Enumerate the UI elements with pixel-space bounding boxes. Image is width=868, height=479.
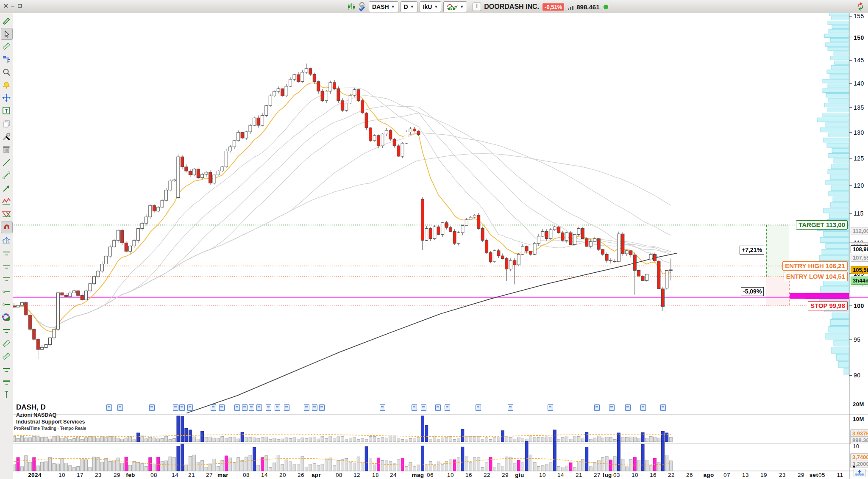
news-icon[interactable] bbox=[249, 404, 254, 411]
chevron-down-icon: ▼ bbox=[391, 5, 395, 9]
ruler-icon[interactable] bbox=[1, 41, 12, 52]
news-icon[interactable] bbox=[211, 404, 216, 411]
zigzag-icon[interactable] bbox=[1, 196, 12, 207]
timeframe-selector[interactable]: D▼ bbox=[401, 1, 417, 12]
news-icon[interactable] bbox=[625, 404, 631, 411]
hline-d-icon[interactable]: ••• bbox=[1, 325, 12, 336]
ruler-c-icon[interactable] bbox=[1, 351, 12, 362]
news-icon[interactable] bbox=[256, 404, 262, 411]
arrow-icon[interactable] bbox=[1, 183, 12, 194]
hline-b-icon[interactable]: ••• bbox=[1, 260, 12, 271]
news-icon[interactable] bbox=[640, 404, 646, 411]
date-tick: 14 bbox=[557, 472, 564, 478]
target-percent-label: +7,21% bbox=[740, 246, 764, 255]
svg-text:•••: ••• bbox=[5, 369, 8, 373]
date-tick: apr bbox=[312, 472, 321, 478]
scroll-to-latest-button[interactable] bbox=[854, 469, 865, 477]
panel2-tick: 10 bbox=[853, 443, 859, 449]
chart-sector: Industrial Support Services bbox=[16, 418, 85, 425]
hline-bold-icon[interactable]: ••• bbox=[1, 377, 12, 388]
news-icon[interactable] bbox=[242, 404, 248, 411]
news-icon[interactable] bbox=[117, 404, 123, 411]
news-icon[interactable] bbox=[149, 404, 155, 411]
close-icon[interactable]: ✕ bbox=[3, 3, 8, 9]
info-icon[interactable]: i bbox=[473, 3, 481, 11]
news-icon[interactable] bbox=[508, 404, 513, 411]
text-tool-icon[interactable]: T bbox=[1, 105, 12, 116]
vline-icon[interactable]: ••• bbox=[1, 390, 12, 401]
news-icon[interactable] bbox=[609, 404, 615, 411]
view-selector[interactable]: IkU▼ bbox=[420, 1, 442, 12]
restore-icon[interactable]: ❐ bbox=[18, 3, 22, 9]
axis-level-label: 107,55 bbox=[851, 254, 868, 262]
hline-c-icon[interactable]: ••• bbox=[1, 273, 12, 284]
move-icon[interactable] bbox=[1, 92, 12, 103]
date-tick: 08 bbox=[150, 472, 157, 478]
date-tick: giu bbox=[515, 472, 524, 478]
date-tick: ago bbox=[703, 472, 714, 478]
date-tick: set bbox=[810, 472, 818, 478]
ruler-b-icon[interactable] bbox=[1, 338, 12, 349]
svg-text:•••: ••• bbox=[5, 391, 8, 393]
entry-low-level-label[interactable]: ENTRY LOW 104,51 bbox=[784, 272, 848, 281]
zoom-icon[interactable] bbox=[1, 66, 12, 78]
price-tick: 150 bbox=[854, 34, 864, 41]
news-icon[interactable] bbox=[660, 404, 666, 411]
target-level-label[interactable]: TARGET 113,00 bbox=[796, 220, 848, 230]
news-icon[interactable] bbox=[266, 404, 271, 411]
date-tick: 16 bbox=[465, 472, 472, 478]
chart-canvas[interactable] bbox=[0, 0, 868, 479]
fibonacci-icon[interactable] bbox=[1, 235, 12, 246]
date-tick: 27 bbox=[594, 472, 601, 478]
refresh-icon[interactable] bbox=[855, 1, 865, 11]
news-icon[interactable] bbox=[275, 404, 280, 411]
news-icon[interactable] bbox=[312, 404, 317, 411]
news-icon[interactable] bbox=[173, 404, 178, 411]
news-icon[interactable] bbox=[106, 404, 112, 411]
segment-icon[interactable] bbox=[1, 170, 12, 181]
news-icon[interactable] bbox=[476, 404, 481, 411]
hline-e-icon[interactable]: ••• bbox=[1, 364, 12, 375]
news-icon[interactable] bbox=[594, 404, 600, 411]
color-wheel-icon[interactable] bbox=[1, 312, 12, 323]
chart-style-selector[interactable]: ▼ bbox=[443, 1, 467, 12]
indicator-settings-icon[interactable]: F bbox=[1, 54, 12, 65]
tools-icon[interactable] bbox=[1, 131, 12, 142]
alert-bell-icon[interactable] bbox=[1, 80, 12, 91]
platform-brand: ProRealTime Trading - Tempo Reale bbox=[14, 426, 86, 431]
minimize-icon[interactable]: – bbox=[11, 3, 14, 9]
news-icon[interactable] bbox=[445, 404, 450, 411]
stop-level-label[interactable]: STOP 99,98 bbox=[808, 301, 848, 310]
cursor-icon[interactable] bbox=[1, 28, 13, 40]
news-icon[interactable] bbox=[179, 404, 185, 411]
news-icon[interactable] bbox=[219, 404, 225, 411]
news-icon[interactable] bbox=[380, 404, 385, 411]
trend-line-icon[interactable] bbox=[1, 157, 12, 168]
price-tick: 120 bbox=[854, 182, 864, 189]
news-icon[interactable] bbox=[548, 404, 553, 411]
link-check-icon[interactable] bbox=[358, 2, 366, 12]
magnet-icon[interactable] bbox=[1, 222, 13, 233]
candles-icon[interactable] bbox=[347, 2, 356, 11]
date-tick: feb bbox=[126, 472, 135, 478]
symbol-selector[interactable]: DASH▼ bbox=[369, 1, 398, 12]
trash-icon[interactable] bbox=[1, 144, 12, 155]
date-tick: lug bbox=[603, 472, 612, 478]
entry-high-level-label[interactable]: ENTRY HIGH 106,21 bbox=[782, 261, 848, 271]
news-icon[interactable] bbox=[319, 404, 325, 411]
ray-b-icon[interactable] bbox=[1, 299, 12, 310]
news-icon[interactable] bbox=[412, 404, 417, 411]
news-icon[interactable] bbox=[421, 404, 426, 411]
draw-pencil-icon[interactable] bbox=[1, 15, 12, 26]
news-icon[interactable] bbox=[435, 404, 441, 411]
ray-a-icon[interactable] bbox=[1, 286, 12, 297]
news-icon[interactable] bbox=[234, 404, 240, 411]
news-icon[interactable] bbox=[304, 404, 309, 411]
session-volume: 898.461 bbox=[576, 3, 599, 11]
hline-a-icon[interactable]: ••• bbox=[1, 247, 12, 258]
date-tick: 26 bbox=[298, 472, 304, 478]
pattern-icon[interactable] bbox=[1, 209, 12, 220]
duplicate-icon[interactable] bbox=[1, 118, 12, 129]
news-icon[interactable] bbox=[284, 404, 289, 411]
news-icon[interactable] bbox=[187, 404, 193, 411]
